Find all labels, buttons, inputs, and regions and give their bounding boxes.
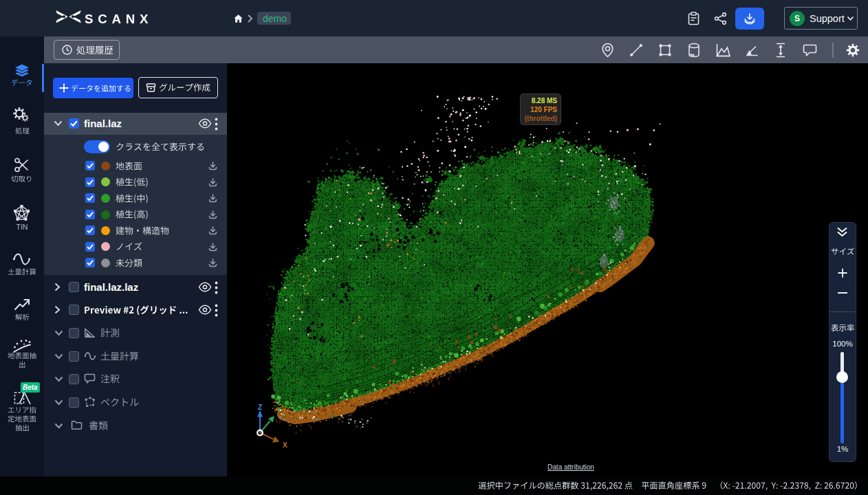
svg-text:X: X xyxy=(283,441,287,448)
svg-text:Z: Z xyxy=(258,404,262,411)
svg-text:Y: Y xyxy=(276,406,281,414)
